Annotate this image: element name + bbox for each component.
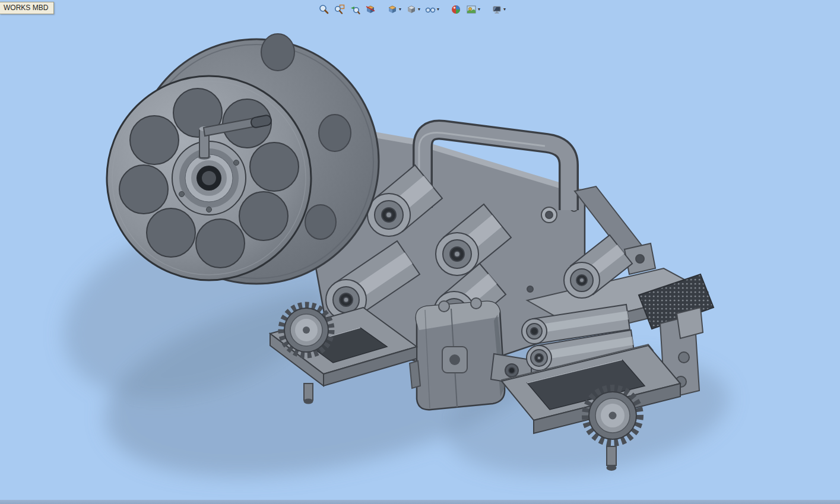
apply-scene-dropdown-arrow[interactable]: ▾ — [477, 7, 480, 12]
section-view-icon — [365, 4, 376, 15]
apply-scene-button[interactable]: ▾ — [464, 2, 482, 17]
hide-show-items-dropdown-arrow[interactable]: ▾ — [436, 7, 439, 12]
cad-viewport[interactable]: WORKS MBD — [0, 0, 840, 504]
viewport-bottom-edge — [0, 500, 840, 504]
view-settings-icon — [492, 4, 502, 15]
spool-front-disc[interactable] — [107, 76, 311, 280]
view-orientation-button[interactable]: ▾ — [385, 2, 403, 17]
section-view-button[interactable] — [363, 2, 378, 17]
heads-up-view-toolbar: ▾ ▾ ▾ — [317, 2, 508, 17]
display-style-button[interactable]: ▾ — [404, 2, 422, 17]
view-orientation-icon — [387, 4, 398, 15]
display-style-icon — [406, 4, 417, 15]
motor-block[interactable] — [410, 298, 505, 410]
view-orientation-dropdown-arrow[interactable]: ▾ — [398, 7, 401, 12]
view-settings-dropdown-arrow[interactable]: ▾ — [503, 7, 506, 12]
edit-appearance-icon — [451, 4, 461, 15]
previous-view-button[interactable] — [348, 2, 362, 17]
zoom-to-fit-icon — [319, 4, 329, 15]
apply-scene-icon — [466, 4, 477, 15]
solidworks-mbd-tab[interactable]: WORKS MBD — [0, 2, 54, 14]
model-canvas[interactable] — [0, 0, 840, 504]
view-settings-button[interactable]: ▾ — [490, 2, 508, 17]
previous-view-icon — [350, 4, 360, 15]
edit-appearance-button[interactable] — [449, 2, 463, 17]
zoom-to-area-button[interactable] — [332, 2, 347, 17]
hide-show-items-icon — [425, 4, 436, 15]
zoom-to-fit-button[interactable] — [317, 2, 331, 17]
hide-show-items-button[interactable]: ▾ — [423, 2, 441, 17]
display-style-dropdown-arrow[interactable]: ▾ — [417, 7, 420, 12]
zoom-to-area-icon — [334, 4, 345, 15]
